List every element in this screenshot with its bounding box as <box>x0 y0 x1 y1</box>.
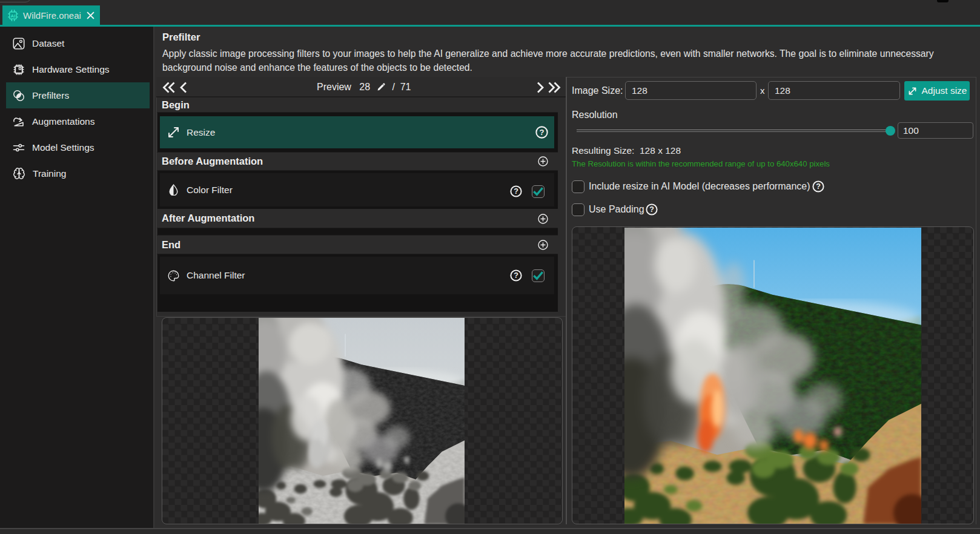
svg-text:?: ? <box>539 128 544 137</box>
svg-text:?: ? <box>514 187 518 196</box>
svg-text:?: ? <box>816 182 821 191</box>
svg-text:?: ? <box>514 271 518 280</box>
svg-text:AI: AI <box>11 13 16 18</box>
svg-text:?: ? <box>649 205 654 214</box>
